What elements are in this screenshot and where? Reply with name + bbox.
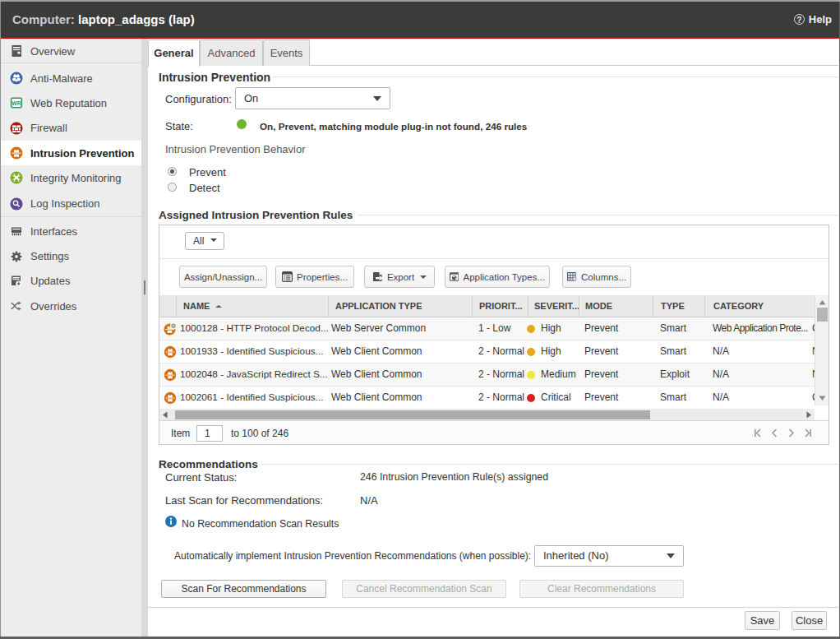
svg-text:WR: WR [12,100,21,106]
